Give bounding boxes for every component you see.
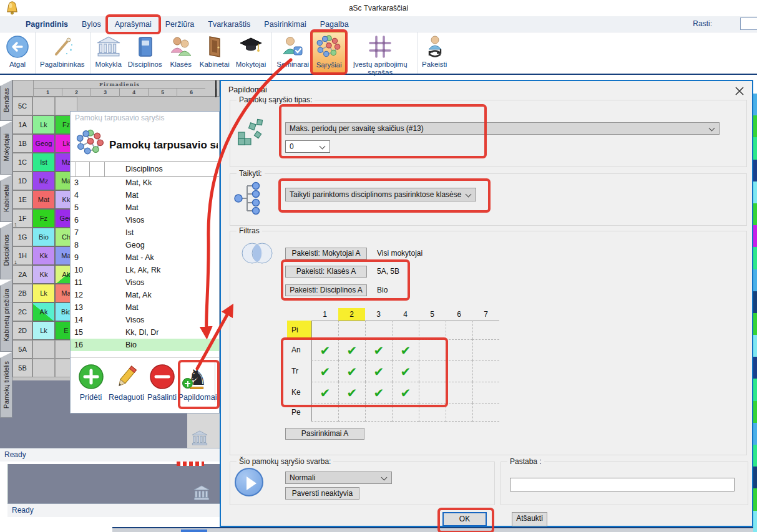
class-row-header[interactable]: 1C bbox=[12, 153, 32, 172]
advanced-button[interactable]: ♞Papildomai bbox=[180, 362, 215, 402]
relation-row[interactable]: 6Visos bbox=[71, 214, 219, 226]
lesson-card[interactable]: Lk bbox=[32, 115, 55, 134]
toolbar-button-kabinetai[interactable]: Kabinetai bbox=[197, 32, 233, 74]
close-icon[interactable] bbox=[735, 87, 744, 97]
filter-change-button-pakeisti-mokytojai-a[interactable]: Pakeisti: Mokytojai A bbox=[285, 248, 367, 259]
sidebar-tab-pamok-tinklelis[interactable]: Pamokų tinklelis bbox=[0, 352, 12, 418]
period-grid-cell[interactable] bbox=[338, 321, 365, 339]
period-grid-cell[interactable]: ✔ bbox=[392, 339, 419, 360]
importance-dropdown[interactable]: Normali bbox=[285, 472, 392, 484]
lesson-card[interactable]: Fz bbox=[32, 209, 55, 228]
cancel-button[interactable]: Atšaukti bbox=[512, 512, 547, 526]
period-grid-cell[interactable] bbox=[419, 403, 446, 422]
period-grid-cell[interactable]: ✔ bbox=[338, 339, 365, 360]
menu-item-per-i-ra[interactable]: Peržiūra bbox=[159, 16, 202, 32]
class-row-header[interactable]: 2D bbox=[12, 321, 32, 340]
class-row-header[interactable]: 1H1 bbox=[12, 246, 32, 265]
find-input[interactable] bbox=[740, 17, 757, 30]
relation-row[interactable]: 5Mat bbox=[71, 201, 219, 214]
toolbar-button-disciplinos[interactable]: Disciplinos bbox=[125, 32, 165, 74]
period-grid-cell[interactable]: ✔ bbox=[392, 360, 419, 382]
filter-change-button-pakeisti-disciplinos-a[interactable]: Pakeisti: Disciplinos A bbox=[285, 284, 367, 296]
period-grid-cell[interactable]: ✔ bbox=[338, 360, 365, 382]
type-dropdown[interactable]: Maks. periodų per savaitę skaičius (#13) bbox=[285, 122, 720, 135]
period-grid-cell[interactable] bbox=[446, 382, 472, 403]
class-row-header[interactable]: 2C bbox=[12, 302, 32, 321]
prid-ti-button[interactable]: Pridėti bbox=[73, 362, 109, 402]
lesson-card[interactable]: Kk bbox=[32, 265, 55, 284]
period-grid-cell[interactable] bbox=[472, 403, 499, 422]
period-grid-cell[interactable] bbox=[419, 339, 446, 360]
period-grid-cell[interactable] bbox=[472, 382, 499, 403]
sidebar-tab-kabinetai[interactable]: Kabinetai bbox=[0, 175, 12, 222]
note-input[interactable] bbox=[510, 478, 735, 491]
pa-alinti-button[interactable]: Pašalinti bbox=[144, 362, 180, 402]
period-grid-cell[interactable]: ✔ bbox=[365, 382, 392, 403]
period-grid-cell[interactable] bbox=[392, 321, 419, 339]
relation-row[interactable]: 11Visos bbox=[71, 276, 219, 289]
menu-item-apra-ymai[interactable]: Aprašymai bbox=[108, 16, 159, 32]
relation-row[interactable]: 12Mat, Ak bbox=[71, 289, 219, 301]
apply-dropdown[interactable]: Taikyti parinktoms disciplinoms pasirink… bbox=[285, 188, 476, 201]
class-row-header[interactable]: 1D bbox=[12, 172, 32, 190]
period-grid-cell[interactable]: ✔ bbox=[365, 339, 392, 360]
class-row-header[interactable]: 5B bbox=[12, 359, 32, 377]
relation-row[interactable]: 9Mat - Ak bbox=[71, 251, 219, 264]
period-grid-cell[interactable]: ✔ bbox=[392, 382, 419, 403]
lesson-card[interactable]: Mz bbox=[32, 172, 55, 190]
lesson-card[interactable]: Geog bbox=[32, 134, 55, 153]
period-grid-cell[interactable]: ✔ bbox=[365, 360, 392, 382]
period-grid-cell[interactable] bbox=[365, 403, 392, 422]
class-row-header[interactable]: 1G bbox=[12, 228, 32, 246]
redaguoti-button[interactable]: Redaguoti bbox=[109, 362, 144, 402]
sidebar-tab-bendras[interactable]: Bendras bbox=[0, 80, 12, 121]
period-grid-cell[interactable] bbox=[311, 321, 338, 339]
class-row-header[interactable]: 1A bbox=[12, 115, 32, 134]
class-row-header[interactable]: 2A bbox=[12, 265, 32, 284]
period-grid-cell[interactable]: ✔ bbox=[338, 382, 365, 403]
lesson-card[interactable]: Mat bbox=[32, 190, 55, 209]
period-grid-cell[interactable] bbox=[311, 403, 338, 422]
period-grid-cell[interactable] bbox=[472, 321, 499, 339]
relation-row[interactable]: 3Mat, Kk bbox=[71, 177, 219, 189]
lesson-card[interactable]: Bio bbox=[32, 228, 55, 246]
period-grid-cell[interactable] bbox=[446, 360, 472, 382]
toolbar-button-klas-s[interactable]: Klasės bbox=[165, 32, 197, 74]
period-grid-cell[interactable] bbox=[446, 403, 472, 422]
class-row-header[interactable]: 5C bbox=[12, 97, 32, 115]
relation-row[interactable]: 8Geog bbox=[71, 239, 219, 251]
period-grid-cell[interactable] bbox=[365, 321, 392, 339]
period-grid-cell[interactable] bbox=[419, 321, 446, 339]
period-grid-cell[interactable] bbox=[419, 382, 446, 403]
period-grid-cell[interactable] bbox=[446, 321, 472, 339]
ok-button[interactable]: OK bbox=[442, 512, 487, 526]
menu-item-pagalba[interactable]: Pagalba bbox=[313, 16, 356, 32]
menu-item-tvarkara-tis[interactable]: Tvarkaraštis bbox=[201, 16, 257, 32]
toolbar-button-mokytojai[interactable]: Mokytojai bbox=[233, 32, 273, 74]
toolbar-button-seminarai[interactable]: Seminarai bbox=[273, 32, 312, 74]
count-dropdown[interactable]: 0 bbox=[285, 140, 330, 153]
relation-row[interactable]: 4Mat bbox=[71, 189, 219, 201]
period-grid-cell[interactable]: ✔ bbox=[311, 382, 338, 403]
class-row-header[interactable]: 5A bbox=[12, 340, 32, 359]
relation-row[interactable]: 7Ist bbox=[71, 226, 219, 239]
toolbar-button-mokykla[interactable]: Mokykla bbox=[92, 32, 125, 74]
lesson-card[interactable]: Lk bbox=[32, 321, 55, 340]
period-grid-cell[interactable] bbox=[392, 403, 419, 422]
relation-row[interactable]: 16Bio bbox=[71, 339, 219, 351]
sidebar-tab-mokytojai[interactable]: Mokytojai bbox=[0, 121, 12, 175]
toolbar-button-vest-apribojim-s-ra-as[interactable]: Įvestų apribojimų sąrašas bbox=[346, 32, 418, 74]
period-grid-cell[interactable] bbox=[472, 339, 499, 360]
lesson-card[interactable]: Lk bbox=[32, 284, 55, 302]
selection-a-button[interactable]: Pasirinkimai A bbox=[285, 428, 364, 440]
class-row-header[interactable]: 1E bbox=[12, 190, 32, 209]
period-grid-cell[interactable] bbox=[446, 339, 472, 360]
toolbar-button-pakeisti[interactable]: Pakeisti bbox=[419, 32, 450, 74]
class-row-header[interactable]: 2B bbox=[12, 284, 32, 302]
relation-row[interactable]: 13Mat bbox=[71, 301, 219, 314]
toolbar-button-pagalbininkas[interactable]: Pagalbininkas bbox=[37, 32, 91, 74]
sidebar-tab-kabinet-prie-i-ra[interactable]: Kabinetų priežiūra bbox=[0, 279, 12, 352]
toolbar-button-s-ry-iai[interactable]: Sąryšiai bbox=[312, 32, 346, 74]
period-grid-cell[interactable]: ✔ bbox=[311, 360, 338, 382]
menu-item-bylos[interactable]: Bylos bbox=[75, 16, 108, 32]
